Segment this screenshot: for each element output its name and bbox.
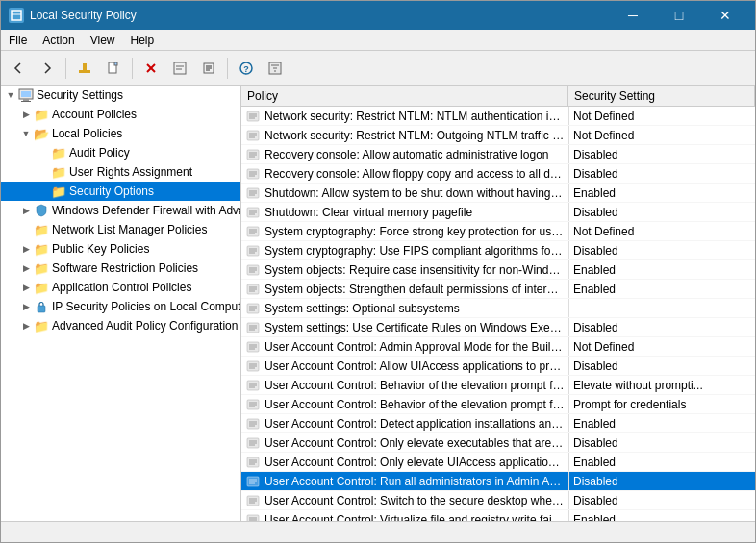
expand-icon: ▶ — [18, 299, 34, 314]
forward-button[interactable] — [34, 55, 61, 82]
help-button[interactable]: ? — [233, 55, 260, 82]
expand-icon: ▶ — [18, 107, 34, 122]
sidebar-item-security-settings[interactable]: ▼ Security Settings — [1, 86, 240, 105]
setting-cell: Not Defined — [568, 337, 755, 356]
export-button[interactable] — [195, 55, 222, 82]
table-row[interactable]: User Account Control: Run all administra… — [241, 472, 755, 491]
expand-icon: ▶ — [18, 280, 34, 295]
table-row[interactable]: User Account Control: Detect application… — [241, 414, 755, 433]
sidebar-item-audit-policy[interactable]: ▶ 📁 Audit Policy — [1, 143, 240, 162]
sidebar-item-label: Security Settings — [37, 88, 123, 102]
delete-button[interactable] — [138, 55, 164, 82]
toolbar: ? — [1, 51, 755, 86]
policy-cell: System cryptography: Use FIPS compliant … — [241, 241, 568, 259]
menu-view[interactable]: View — [83, 30, 123, 50]
policy-cell: User Account Control: Only elevate execu… — [241, 433, 568, 452]
up-button[interactable] — [71, 55, 98, 82]
table-row[interactable]: User Account Control: Only elevate UIAcc… — [241, 453, 755, 472]
maximize-button[interactable]: □ — [657, 1, 701, 30]
sidebar-item-windows-firewall[interactable]: ▶ Windows Defender Firewall with Adva... — [1, 201, 240, 220]
sidebar-item-software-restriction[interactable]: ▶ 📁 Software Restriction Policies — [1, 259, 240, 278]
menu-file[interactable]: File — [1, 30, 35, 50]
sidebar-item-label: Network List Manager Policies — [52, 223, 207, 236]
svg-rect-25 — [38, 306, 45, 312]
status-bar — [1, 521, 755, 542]
content-pane: Policy Security Setting Network security… — [241, 86, 755, 521]
sidebar-spacer — [1, 335, 240, 374]
sidebar-item-security-options[interactable]: ▶ 📁 Security Options — [1, 182, 240, 201]
table-row[interactable]: User Account Control: Switch to the secu… — [241, 491, 755, 510]
policy-icon — [245, 109, 261, 124]
properties-button[interactable] — [166, 55, 193, 82]
table-row[interactable]: System objects: Require case insensitivi… — [241, 260, 755, 280]
setting-cell: Prompt for credentials — [568, 395, 755, 413]
svg-rect-0 — [12, 11, 21, 20]
policy-name: User Account Control: Virtualize file an… — [265, 513, 565, 522]
setting-cell — [568, 299, 755, 317]
computer-icon — [18, 87, 34, 103]
expand-icon: ▶ — [18, 318, 34, 333]
folder-icon: 📁 — [34, 280, 49, 295]
policy-icon — [245, 147, 261, 162]
table-row[interactable]: Network security: Restrict NTLM: NTLM au… — [241, 107, 755, 126]
svg-rect-3 — [83, 63, 87, 71]
table-row[interactable]: System cryptography: Use FIPS compliant … — [241, 241, 755, 260]
filter-button[interactable] — [262, 55, 289, 82]
minimize-button[interactable]: ─ — [611, 1, 655, 30]
sidebar-item-network-list[interactable]: ▶ 📁 Network List Manager Policies — [1, 220, 240, 239]
policy-cell: System settings: Use Certificate Rules o… — [241, 318, 568, 336]
table-row[interactable]: User Account Control: Behavior of the el… — [241, 376, 755, 395]
policy-name: System settings: Optional subsystems — [265, 302, 460, 315]
table-row[interactable]: System cryptography: Force strong key pr… — [241, 222, 755, 241]
column-policy[interactable]: Policy — [241, 86, 568, 106]
policy-icon — [245, 301, 261, 316]
table-row[interactable]: Recovery console: Allow automatic admini… — [241, 145, 755, 164]
policy-icon — [245, 282, 261, 297]
policy-cell: User Account Control: Detect application… — [241, 414, 568, 432]
sidebar-item-label: Security Options — [69, 185, 154, 198]
svg-rect-23 — [23, 99, 29, 101]
table-row[interactable]: User Account Control: Admin Approval Mod… — [241, 337, 755, 357]
table-row[interactable]: Network security: Restrict NTLM: Outgoin… — [241, 126, 755, 145]
sidebar-item-label: Account Policies — [52, 108, 137, 121]
title-bar-left: Local Security Policy — [9, 8, 137, 23]
sidebar-item-user-rights[interactable]: ▶ 📁 User Rights Assignment — [1, 162, 240, 182]
table-row[interactable]: User Account Control: Allow UIAccess app… — [241, 357, 755, 376]
svg-rect-22 — [21, 91, 31, 97]
folder-icon: 📁 — [34, 107, 49, 122]
close-button[interactable]: ✕ — [703, 1, 747, 30]
list-header: Policy Security Setting — [241, 86, 755, 107]
menu-action[interactable]: Action — [35, 30, 82, 50]
table-row[interactable]: User Account Control: Virtualize file an… — [241, 510, 755, 521]
sidebar-item-app-control[interactable]: ▶ 📁 Application Control Policies — [1, 278, 240, 297]
window-controls: ─ □ ✕ — [611, 1, 747, 30]
table-row[interactable]: User Account Control: Only elevate execu… — [241, 433, 755, 453]
table-row[interactable]: System settings: Optional subsystems — [241, 299, 755, 318]
table-row[interactable]: Recovery console: Allow floppy copy and … — [241, 164, 755, 184]
column-setting[interactable]: Security Setting — [568, 86, 755, 106]
sidebar-item-local-policies[interactable]: ▼ 📂 Local Policies — [1, 124, 240, 143]
table-row[interactable]: Shutdown: Allow system to be shut down w… — [241, 184, 755, 203]
setting-cell: Elevate without prompti... — [568, 376, 755, 394]
sidebar-item-account-policies[interactable]: ▶ 📁 Account Policies — [1, 105, 240, 124]
table-row[interactable]: User Account Control: Behavior of the el… — [241, 395, 755, 414]
setting-cell: Not Defined — [568, 107, 755, 125]
table-row[interactable]: System settings: Use Certificate Rules o… — [241, 318, 755, 337]
sidebar-item-public-key[interactable]: ▶ 📁 Public Key Policies — [1, 239, 240, 259]
back-button[interactable] — [5, 55, 32, 82]
svg-text:?: ? — [243, 64, 249, 74]
window-title: Local Security Policy — [30, 9, 137, 22]
table-row[interactable]: Shutdown: Clear virtual memory pagefileD… — [241, 203, 755, 222]
policy-cell: User Account Control: Run all administra… — [241, 472, 568, 490]
policy-icon — [245, 243, 261, 259]
new-button[interactable] — [100, 55, 127, 82]
folder-icon: 📁 — [34, 241, 49, 257]
policy-name: Recovery console: Allow automatic admini… — [265, 148, 548, 161]
menu-help[interactable]: Help — [123, 30, 163, 50]
table-row[interactable]: System objects: Strengthen default permi… — [241, 280, 755, 299]
policy-cell: Network security: Restrict NTLM: NTLM au… — [241, 107, 568, 125]
sidebar-item-ip-security[interactable]: ▶ IP Security Policies on Local Compute.… — [1, 297, 240, 316]
policy-name: User Account Control: Run all administra… — [265, 475, 565, 488]
sidebar-item-advanced-audit[interactable]: ▶ 📁 Advanced Audit Policy Configuration — [1, 316, 240, 335]
setting-cell: Disabled — [568, 164, 755, 183]
